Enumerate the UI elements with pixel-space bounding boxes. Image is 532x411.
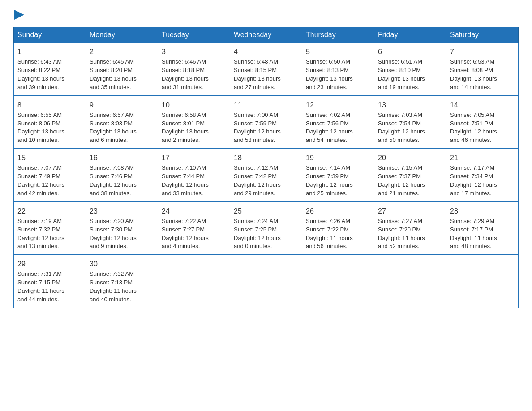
calendar-cell: 9Sunrise: 6:57 AMSunset: 8:03 PMDaylight… <box>86 96 158 149</box>
day-number: 21 <box>450 153 515 163</box>
calendar-cell <box>158 255 230 308</box>
day-number: 4 <box>234 47 298 57</box>
calendar-cell: 20Sunrise: 7:15 AMSunset: 7:37 PMDayligh… <box>374 149 446 202</box>
col-header-tuesday: Tuesday <box>158 27 230 43</box>
week-row-1: 1Sunrise: 6:43 AMSunset: 8:22 PMDaylight… <box>14 43 519 96</box>
day-number: 22 <box>17 206 82 216</box>
day-sunrise: Sunrise: 7:17 AMSunset: 7:34 PMDaylight:… <box>450 164 497 197</box>
day-number: 5 <box>306 47 370 57</box>
day-sunrise: Sunrise: 6:48 AMSunset: 8:15 PMDaylight:… <box>234 58 281 90</box>
day-sunrise: Sunrise: 6:53 AMSunset: 8:08 PMDaylight:… <box>450 58 497 90</box>
day-sunrise: Sunrise: 7:12 AMSunset: 7:42 PMDaylight:… <box>234 164 281 197</box>
calendar-cell: 10Sunrise: 6:58 AMSunset: 8:01 PMDayligh… <box>158 96 230 149</box>
logo <box>13 9 24 20</box>
col-header-sunday: Sunday <box>14 27 86 43</box>
calendar-cell: 1Sunrise: 6:43 AMSunset: 8:22 PMDaylight… <box>14 43 86 96</box>
day-sunrise: Sunrise: 7:10 AMSunset: 7:44 PMDaylight:… <box>162 164 209 197</box>
calendar-cell <box>302 255 374 308</box>
header-row: SundayMondayTuesdayWednesdayThursdayFrid… <box>14 27 519 43</box>
calendar-cell: 30Sunrise: 7:32 AMSunset: 7:13 PMDayligh… <box>86 255 158 308</box>
day-number: 7 <box>450 47 515 57</box>
day-number: 2 <box>90 47 154 57</box>
day-sunrise: Sunrise: 7:20 AMSunset: 7:30 PMDaylight:… <box>90 218 137 250</box>
day-number: 6 <box>378 47 442 57</box>
calendar-cell: 28Sunrise: 7:29 AMSunset: 7:17 PMDayligh… <box>446 202 519 255</box>
day-sunrise: Sunrise: 7:32 AMSunset: 7:13 PMDaylight:… <box>90 270 137 303</box>
col-header-thursday: Thursday <box>302 27 374 43</box>
day-sunrise: Sunrise: 6:58 AMSunset: 8:01 PMDaylight:… <box>162 111 209 144</box>
week-row-4: 22Sunrise: 7:19 AMSunset: 7:32 PMDayligh… <box>14 202 519 255</box>
day-number: 25 <box>234 206 298 216</box>
day-sunrise: Sunrise: 6:55 AMSunset: 8:06 PMDaylight:… <box>17 111 64 144</box>
day-sunrise: Sunrise: 6:45 AMSunset: 8:20 PMDaylight:… <box>90 58 137 90</box>
col-header-friday: Friday <box>374 27 446 43</box>
day-sunrise: Sunrise: 6:51 AMSunset: 8:10 PMDaylight:… <box>378 58 425 90</box>
day-sunrise: Sunrise: 6:57 AMSunset: 8:03 PMDaylight:… <box>90 111 137 144</box>
calendar-cell: 25Sunrise: 7:24 AMSunset: 7:25 PMDayligh… <box>230 202 302 255</box>
calendar-cell: 13Sunrise: 7:03 AMSunset: 7:54 PMDayligh… <box>374 96 446 149</box>
week-row-3: 15Sunrise: 7:07 AMSunset: 7:49 PMDayligh… <box>14 149 519 202</box>
calendar-header: SundayMondayTuesdayWednesdayThursdayFrid… <box>14 27 519 43</box>
calendar-cell: 4Sunrise: 6:48 AMSunset: 8:15 PMDaylight… <box>230 43 302 96</box>
day-sunrise: Sunrise: 7:14 AMSunset: 7:39 PMDaylight:… <box>306 164 353 197</box>
calendar-cell: 18Sunrise: 7:12 AMSunset: 7:42 PMDayligh… <box>230 149 302 202</box>
calendar-cell: 21Sunrise: 7:17 AMSunset: 7:34 PMDayligh… <box>446 149 519 202</box>
day-number: 20 <box>378 153 442 163</box>
day-number: 9 <box>90 100 154 110</box>
day-sunrise: Sunrise: 7:08 AMSunset: 7:46 PMDaylight:… <box>90 164 137 197</box>
day-number: 1 <box>17 47 82 57</box>
calendar-cell <box>446 255 519 308</box>
calendar-cell: 29Sunrise: 7:31 AMSunset: 7:15 PMDayligh… <box>14 255 86 308</box>
day-number: 30 <box>90 259 154 269</box>
day-number: 17 <box>162 153 226 163</box>
calendar-cell: 19Sunrise: 7:14 AMSunset: 7:39 PMDayligh… <box>302 149 374 202</box>
calendar-cell: 14Sunrise: 7:05 AMSunset: 7:51 PMDayligh… <box>446 96 519 149</box>
day-number: 29 <box>17 259 82 269</box>
day-sunrise: Sunrise: 7:26 AMSunset: 7:22 PMDaylight:… <box>306 218 353 250</box>
calendar-cell: 7Sunrise: 6:53 AMSunset: 8:08 PMDaylight… <box>446 43 519 96</box>
day-number: 27 <box>378 206 442 216</box>
day-sunrise: Sunrise: 7:31 AMSunset: 7:15 PMDaylight:… <box>17 270 64 303</box>
week-row-5: 29Sunrise: 7:31 AMSunset: 7:15 PMDayligh… <box>14 255 519 308</box>
calendar-cell: 23Sunrise: 7:20 AMSunset: 7:30 PMDayligh… <box>86 202 158 255</box>
day-sunrise: Sunrise: 7:07 AMSunset: 7:49 PMDaylight:… <box>17 164 64 197</box>
day-sunrise: Sunrise: 7:02 AMSunset: 7:56 PMDaylight:… <box>306 111 353 144</box>
day-number: 13 <box>378 100 442 110</box>
calendar-cell: 22Sunrise: 7:19 AMSunset: 7:32 PMDayligh… <box>14 202 86 255</box>
calendar-cell: 3Sunrise: 6:46 AMSunset: 8:18 PMDaylight… <box>158 43 230 96</box>
day-number: 18 <box>234 153 298 163</box>
calendar-body: 1Sunrise: 6:43 AMSunset: 8:22 PMDaylight… <box>14 43 519 308</box>
svg-marker-0 <box>14 10 24 20</box>
calendar-cell <box>230 255 302 308</box>
day-sunrise: Sunrise: 6:43 AMSunset: 8:22 PMDaylight:… <box>17 58 64 90</box>
calendar-cell: 16Sunrise: 7:08 AMSunset: 7:46 PMDayligh… <box>86 149 158 202</box>
calendar-table: SundayMondayTuesdayWednesdayThursdayFrid… <box>13 27 519 308</box>
logo-arrow-icon <box>14 10 24 20</box>
calendar-cell: 8Sunrise: 6:55 AMSunset: 8:06 PMDaylight… <box>14 96 86 149</box>
day-sunrise: Sunrise: 7:22 AMSunset: 7:27 PMDaylight:… <box>162 218 209 250</box>
day-number: 15 <box>17 153 82 163</box>
col-header-wednesday: Wednesday <box>230 27 302 43</box>
day-number: 16 <box>90 153 154 163</box>
calendar-cell: 5Sunrise: 6:50 AMSunset: 8:13 PMDaylight… <box>302 43 374 96</box>
calendar-cell <box>374 255 446 308</box>
day-sunrise: Sunrise: 7:24 AMSunset: 7:25 PMDaylight:… <box>234 218 281 250</box>
day-sunrise: Sunrise: 7:05 AMSunset: 7:51 PMDaylight:… <box>450 111 497 144</box>
col-header-saturday: Saturday <box>446 27 519 43</box>
day-number: 28 <box>450 206 515 216</box>
day-number: 10 <box>162 100 226 110</box>
calendar-cell: 27Sunrise: 7:27 AMSunset: 7:20 PMDayligh… <box>374 202 446 255</box>
calendar-cell: 24Sunrise: 7:22 AMSunset: 7:27 PMDayligh… <box>158 202 230 255</box>
day-number: 8 <box>17 100 82 110</box>
day-number: 19 <box>306 153 370 163</box>
day-sunrise: Sunrise: 7:19 AMSunset: 7:32 PMDaylight:… <box>17 218 64 250</box>
day-number: 11 <box>234 100 298 110</box>
day-sunrise: Sunrise: 7:15 AMSunset: 7:37 PMDaylight:… <box>378 164 425 197</box>
day-sunrise: Sunrise: 7:27 AMSunset: 7:20 PMDaylight:… <box>378 218 425 250</box>
day-number: 14 <box>450 100 515 110</box>
calendar-cell: 12Sunrise: 7:02 AMSunset: 7:56 PMDayligh… <box>302 96 374 149</box>
day-number: 26 <box>306 206 370 216</box>
calendar-cell: 15Sunrise: 7:07 AMSunset: 7:49 PMDayligh… <box>14 149 86 202</box>
day-sunrise: Sunrise: 6:50 AMSunset: 8:13 PMDaylight:… <box>306 58 353 90</box>
calendar-cell: 11Sunrise: 7:00 AMSunset: 7:59 PMDayligh… <box>230 96 302 149</box>
